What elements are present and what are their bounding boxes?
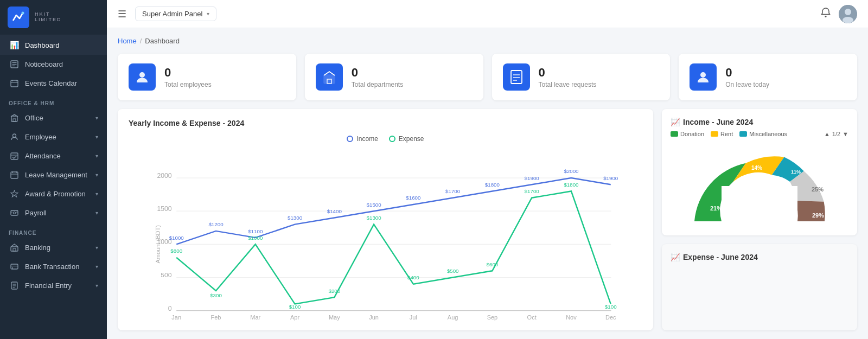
svg-text:0: 0 xyxy=(168,305,172,312)
svg-point-36 xyxy=(843,17,853,23)
departments-stat-info: 0 Total departments xyxy=(352,66,403,88)
legend-income: Income xyxy=(347,135,378,143)
dashboard-icon: 📊 xyxy=(9,41,20,49)
sidebar-label-payroll: Payroll xyxy=(25,209,95,217)
sidebar-label-noticeboard: Noticeboard xyxy=(25,60,98,68)
sidebar-label-leave-management: Leave Management xyxy=(25,171,95,179)
leave-requests-icon-box xyxy=(503,63,530,91)
svg-text:$1300: $1300 xyxy=(367,215,382,221)
logo-icon xyxy=(8,7,29,28)
payroll-icon xyxy=(9,209,20,217)
notification-bell-button[interactable] xyxy=(820,7,831,21)
logo-area: HKIT LIMITED xyxy=(0,0,107,35)
svg-text:$1000: $1000 xyxy=(169,235,184,241)
rent-color xyxy=(711,131,718,137)
sidebar-item-bank-transaction[interactable]: Bank Transaction ▾ xyxy=(0,257,107,276)
calendar-icon xyxy=(9,79,20,87)
right-charts: 📈 Income - June 2024 Donation Rent xyxy=(662,109,857,330)
svg-point-28 xyxy=(12,267,13,268)
stat-card-on-leave: 0 On leave today xyxy=(679,54,857,100)
legend-donation: Donation xyxy=(671,131,704,137)
up-arrow-icon[interactable]: ▲ xyxy=(824,131,830,137)
legend-expense-label: Expense xyxy=(399,135,424,143)
svg-text:Aug: Aug xyxy=(448,314,458,321)
svg-text:$1800: $1800 xyxy=(564,182,579,188)
down-arrow-icon[interactable]: ▼ xyxy=(843,131,848,137)
svg-text:$600: $600 xyxy=(487,261,499,267)
svg-text:$1900: $1900 xyxy=(525,175,540,181)
svg-text:$500: $500 xyxy=(447,268,459,274)
svg-text:$200: $200 xyxy=(328,288,340,294)
line-chart-svg: 0 500 1000 1500 2000 Amount (BDT) xyxy=(129,148,642,321)
sidebar-label-attendance: Attendance xyxy=(25,152,95,160)
stat-cards-row: 0 Total employees 0 Total departments xyxy=(118,54,857,100)
svg-text:$1500: $1500 xyxy=(367,202,382,208)
sidebar-item-payroll[interactable]: Payroll ▾ xyxy=(0,203,107,222)
leave-management-icon xyxy=(9,171,20,179)
income-pie-svg: 21% 14% 11% 25% 29% xyxy=(684,143,835,227)
svg-text:May: May xyxy=(329,314,340,321)
svg-point-35 xyxy=(845,9,851,15)
svg-text:$1400: $1400 xyxy=(327,208,342,214)
svg-text:2000: 2000 xyxy=(157,172,171,180)
svg-text:$1000: $1000 xyxy=(248,235,263,241)
legend-rent: Rent xyxy=(711,131,733,137)
legend-expense: Expense xyxy=(389,135,424,143)
svg-text:$1800: $1800 xyxy=(485,182,500,188)
sidebar-item-employee[interactable]: Employee ▾ xyxy=(0,127,107,146)
chart-legend: Income Expense xyxy=(129,135,642,143)
sidebar-item-financial-entry[interactable]: Financial Entry ▾ xyxy=(0,276,107,295)
svg-text:$1200: $1200 xyxy=(208,221,224,227)
sidebar-label-award-promotion: Award & Promotion xyxy=(25,190,95,198)
svg-text:29%: 29% xyxy=(812,212,824,219)
sidebar-item-attendance[interactable]: Attendance ▾ xyxy=(0,146,107,165)
donation-color xyxy=(671,131,678,137)
on-leave-stat-info: 0 On leave today xyxy=(725,66,769,88)
expense-legend-dot xyxy=(389,136,395,142)
chevron-attendance-icon: ▾ xyxy=(95,153,98,159)
pie-wrap: 21% 14% 11% 25% 29% xyxy=(671,143,848,227)
breadcrumb-home[interactable]: Home xyxy=(118,37,137,45)
user-avatar[interactable] xyxy=(839,5,857,23)
on-leave-value: 0 xyxy=(725,66,769,80)
on-leave-icon-box xyxy=(690,63,717,91)
svg-text:$800: $800 xyxy=(170,248,182,254)
sidebar-label-financial-entry: Financial Entry xyxy=(25,282,95,290)
svg-text:$100: $100 xyxy=(289,304,301,310)
svg-text:$1100: $1100 xyxy=(248,228,263,234)
section-label-office-hrm: OFFICE & HRM xyxy=(0,93,107,108)
chevron-financial-entry-icon: ▾ xyxy=(95,283,98,289)
svg-rect-24 xyxy=(11,247,18,251)
svg-text:Nov: Nov xyxy=(566,314,577,321)
svg-marker-19 xyxy=(11,190,18,197)
misc-label: Miscellaneous xyxy=(749,131,787,137)
svg-text:$300: $300 xyxy=(210,292,222,298)
sidebar-item-noticeboard[interactable]: Noticeboard xyxy=(0,55,107,74)
sidebar-item-leave-management[interactable]: Leave Management ▾ xyxy=(0,165,107,184)
panel-select-dropdown[interactable]: Super Admin Panel ▾ xyxy=(135,7,216,21)
svg-text:Sep: Sep xyxy=(487,314,498,321)
svg-text:$100: $100 xyxy=(605,304,617,310)
sidebar: HKIT LIMITED 📊 Dashboard Noticeboard Eve… xyxy=(0,0,107,339)
income-legend-dot xyxy=(347,136,353,142)
logo-text: HKIT LIMITED xyxy=(35,12,62,23)
svg-text:25%: 25% xyxy=(812,186,824,193)
income-chart-title: 📈 Income - June 2024 xyxy=(671,118,753,126)
svg-rect-20 xyxy=(11,210,18,215)
svg-rect-15 xyxy=(11,172,18,178)
svg-rect-6 xyxy=(11,80,18,87)
banking-icon xyxy=(9,244,20,252)
sidebar-label-office: Office xyxy=(25,114,95,122)
employees-icon-box xyxy=(129,63,156,91)
sidebar-item-banking[interactable]: Banking ▾ xyxy=(0,238,107,257)
departments-icon-box xyxy=(316,63,343,91)
sidebar-item-office[interactable]: Office ▾ xyxy=(0,108,107,127)
sidebar-item-events-calendar[interactable]: Events Calendar xyxy=(0,74,107,93)
chevron-award-icon: ▾ xyxy=(95,191,98,197)
sidebar-item-dashboard[interactable]: 📊 Dashboard xyxy=(0,35,107,55)
leave-requests-stat-info: 0 Total leave requests xyxy=(539,66,597,88)
main-area: ☰ Super Admin Panel ▾ Home / Dashboard xyxy=(107,0,868,339)
sidebar-item-award-promotion[interactable]: Award & Promotion ▾ xyxy=(0,184,107,203)
employees-label: Total employees xyxy=(164,81,212,88)
menu-toggle-button[interactable]: ☰ xyxy=(118,8,126,20)
